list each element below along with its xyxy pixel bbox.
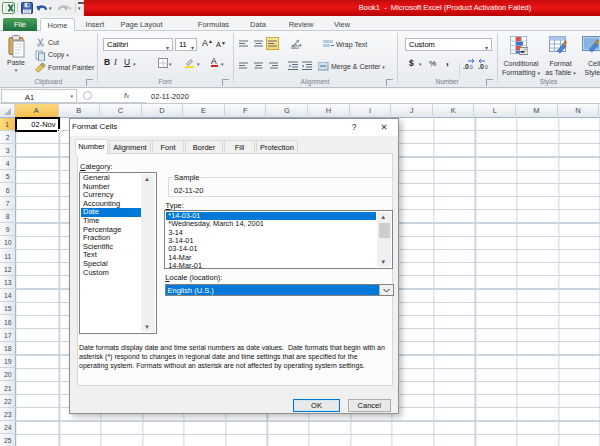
svg-text:0: 0 <box>470 64 473 70</box>
svg-text:0: 0 <box>485 64 488 70</box>
svg-text:ab: ab <box>291 43 299 49</box>
svg-text:.0: .0 <box>478 63 484 70</box>
svg-text:.0: .0 <box>463 63 469 70</box>
